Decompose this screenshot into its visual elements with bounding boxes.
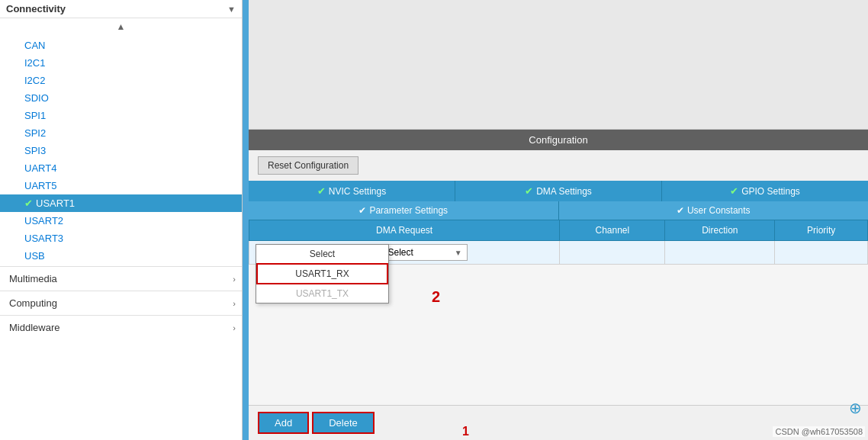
- sidebar-item-spi1[interactable]: SPI1: [0, 107, 242, 124]
- sidebar-item-i2c1[interactable]: I2C1: [0, 54, 242, 72]
- annotation-label-2: 2: [432, 288, 440, 306]
- dropdown-item-select[interactable]: Select: [256, 245, 388, 263]
- tab-parameter-settings[interactable]: ✔ Parameter Settings: [249, 201, 559, 220]
- usart1-check-icon: ✔: [24, 198, 33, 209]
- watermark: CSDN @wh617053508: [773, 426, 865, 437]
- sidebar-item-sdio[interactable]: SDIO: [0, 89, 242, 107]
- blue-vertical-bar: [243, 0, 249, 440]
- add-button[interactable]: Add: [258, 412, 309, 434]
- connectivity-chevron: ▼: [227, 5, 236, 14]
- table-cell-priority: [775, 241, 868, 265]
- user-constants-check-icon: ✔: [677, 205, 684, 216]
- sidebar-category-middleware[interactable]: Middleware ›: [0, 315, 242, 339]
- zoom-icon[interactable]: ⊕: [849, 399, 862, 417]
- connectivity-label: Connectivity: [6, 3, 66, 14]
- sidebar-item-i2c2[interactable]: I2C2: [0, 72, 242, 89]
- dma-table: DMA Request Channel Direction Priority S: [249, 220, 868, 265]
- main-content: Configuration Reset Configuration ✔ NVIC…: [249, 0, 868, 440]
- config-section: Configuration Reset Configuration ✔ NVIC…: [249, 130, 868, 440]
- middleware-chevron-icon: ›: [233, 323, 236, 332]
- up-arrow-area: ▲: [0, 18, 242, 35]
- dropdown-overlay: Select ▼ Select USART1_RX USART1_TX: [256, 244, 553, 261]
- sidebar-category-computing[interactable]: Computing ›: [0, 291, 242, 315]
- col-header-priority: Priority: [775, 220, 868, 241]
- dma-check-icon: ✔: [525, 185, 533, 197]
- delete-button[interactable]: Delete: [312, 412, 375, 434]
- reset-configuration-button[interactable]: Reset Configuration: [258, 156, 358, 175]
- dma-table-area: DMA Request Channel Direction Priority S: [249, 220, 868, 405]
- table-row-select: Select ▼ Select USART1_RX USART1_TX: [249, 241, 868, 265]
- gpio-check-icon: ✔: [730, 185, 738, 197]
- tab-gpio-settings[interactable]: ✔ GPIO Settings: [662, 181, 868, 201]
- tab-nvic-settings[interactable]: ✔ NVIC Settings: [249, 181, 455, 201]
- tab-user-constants[interactable]: ✔ User Constants: [559, 201, 869, 220]
- col-header-channel: Channel: [560, 220, 665, 241]
- config-header: Configuration: [249, 130, 868, 150]
- dropdown-item-usart1-tx[interactable]: USART1_TX: [256, 284, 388, 303]
- sidebar-category-multimedia[interactable]: Multimedia ›: [0, 266, 242, 291]
- reset-btn-area: Reset Configuration: [249, 150, 868, 181]
- computing-chevron-icon: ›: [233, 299, 236, 308]
- sidebar-item-usart3[interactable]: USART3: [0, 230, 242, 247]
- up-arrow-icon: ▲: [117, 21, 126, 32]
- nvic-check-icon: ✔: [317, 185, 326, 197]
- sidebar-item-uart5[interactable]: UART5: [0, 177, 242, 194]
- col-header-dma-request: DMA Request: [249, 220, 560, 241]
- sidebar-item-usart2[interactable]: USART2: [0, 212, 242, 230]
- parameter-check-icon: ✔: [358, 205, 366, 216]
- tab-dma-settings[interactable]: ✔ DMA Settings: [455, 181, 662, 201]
- table-cell-channel: [560, 241, 665, 265]
- table-cell-direction: [665, 241, 775, 265]
- dropdown-list: Select USART1_RX USART1_TX: [256, 244, 389, 304]
- dropdown-arrow-icon: ▼: [455, 249, 462, 257]
- dropdown-item-usart1-rx[interactable]: USART1_RX: [256, 263, 388, 284]
- annotation-label-1: 1: [462, 425, 469, 438]
- sidebar-item-usart1[interactable]: ✔ USART1: [0, 194, 242, 212]
- col-header-direction: Direction: [665, 220, 775, 241]
- table-cell-select: Select ▼ Select USART1_RX USART1_TX: [249, 241, 560, 265]
- sidebar-item-spi3[interactable]: SPI3: [0, 142, 242, 159]
- tabs-row-1: ✔ NVIC Settings ✔ DMA Settings ✔ GPIO Se…: [249, 181, 868, 201]
- sidebar-item-can[interactable]: CAN: [0, 37, 242, 54]
- top-panel: [249, 0, 868, 130]
- connectivity-section[interactable]: Connectivity ▼: [0, 0, 242, 18]
- multimedia-chevron-icon: ›: [233, 275, 236, 284]
- tabs-row-2: ✔ Parameter Settings ✔ User Constants: [249, 201, 868, 220]
- sidebar-item-usb[interactable]: USB: [0, 247, 242, 265]
- sidebar-items: CAN I2C1 I2C2 SDIO SPI1 SPI2 SPI3 UART4 …: [0, 35, 242, 266]
- sidebar-item-spi2[interactable]: SPI2: [0, 124, 242, 142]
- sidebar-item-uart4[interactable]: UART4: [0, 159, 242, 177]
- sidebar: Connectivity ▼ ▲ CAN I2C1 I2C2 SDIO SPI1…: [0, 0, 243, 440]
